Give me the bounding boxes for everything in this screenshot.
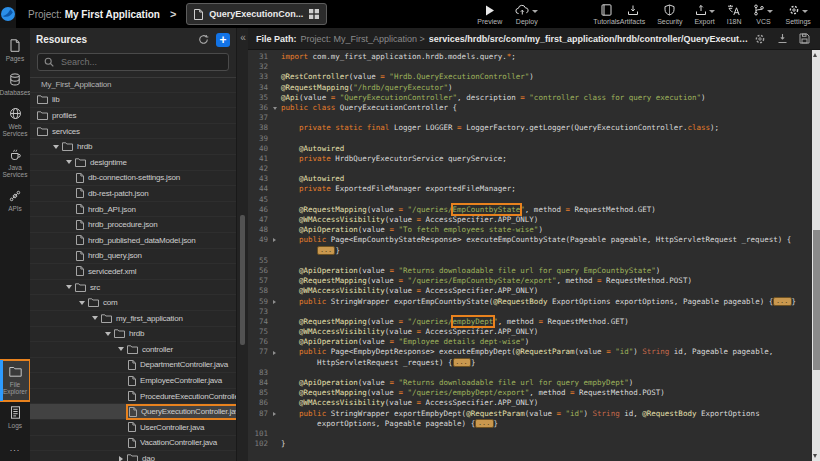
save-icon[interactable]: [799, 33, 810, 44]
code-line-wrap[interactable]: ...}: [248, 246, 812, 256]
scrollbar-thumb[interactable]: [813, 230, 820, 370]
code-line-44[interactable]: 44 private ExportedFileManager exportedF…: [248, 184, 812, 194]
rail-item-pages[interactable]: Pages: [0, 34, 30, 68]
fold-marker[interactable]: [270, 103, 279, 113]
export-button[interactable]: Export: [694, 3, 714, 25]
tree-item-employeecontroller-java[interactable]: EmployeeController.java: [30, 373, 236, 389]
fold-marker[interactable]: [270, 297, 279, 307]
rail-item-logs[interactable]: Logs: [0, 401, 30, 435]
tree-item-my-first-application[interactable]: My_First_Application: [30, 77, 236, 93]
code-line-47[interactable]: 47 @WMAccessVisibility(value = AccessSpe…: [248, 215, 812, 225]
scroll-down-arrow-icon[interactable]: [813, 454, 817, 458]
tree-scrollbar-thumb[interactable]: [240, 215, 245, 345]
folded-code-badge[interactable]: ...: [475, 419, 493, 428]
code-line-102[interactable]: 102}: [248, 439, 812, 449]
code-line-77[interactable]: 77 public Page<EmpbyDeptResponse> execut…: [248, 347, 812, 357]
code-line-86[interactable]: 86 @WMAccessVisibility(value = AccessSpe…: [248, 398, 812, 408]
tutorials-button[interactable]: Tutorials: [593, 3, 620, 25]
caret-open-icon[interactable]: [63, 160, 75, 164]
editor-scrollbar[interactable]: [812, 50, 820, 461]
caret-open-icon[interactable]: [63, 285, 75, 289]
tree-item-hrdb-query-json[interactable]: hrdb_query.json: [30, 249, 236, 265]
code-line-76[interactable]: 76 @ApiOperation(value = "Employee detai…: [248, 337, 812, 347]
project-name[interactable]: My First Application: [65, 9, 160, 20]
code-editor[interactable]: 31import com.my_first_application.hrdb.m…: [248, 50, 812, 461]
tree-item-db-connection-settings-json[interactable]: db-connection-settings.json: [30, 171, 236, 187]
tree-item-hrdb[interactable]: hrdb: [30, 327, 236, 343]
tree-item-services[interactable]: services: [30, 124, 236, 140]
grid-icon[interactable]: [309, 9, 319, 19]
settings-button[interactable]: Settings: [785, 3, 810, 25]
code-line-49[interactable]: 49 public Page<EmpCountbyStateResponse> …: [248, 235, 812, 245]
code-line-58[interactable]: 58 @WMAccessVisibility(value = AccessSpe…: [248, 286, 812, 296]
folded-code-badge[interactable]: ...: [773, 297, 791, 306]
search-input[interactable]: [59, 56, 222, 68]
query-name-highlight[interactable]: empbyDept: [453, 317, 494, 326]
code-line-35[interactable]: 35@Api(value = "QueryExecutionController…: [248, 93, 812, 103]
code-line-57[interactable]: 57 @RequestMapping(value = "/queries/Emp…: [248, 276, 812, 286]
caret-open-icon[interactable]: [115, 347, 127, 351]
download-file-icon[interactable]: [777, 33, 788, 44]
code-line-59[interactable]: 59 public StringWrapper exportEmpCountby…: [248, 297, 812, 307]
i18n-button[interactable]: I18N: [727, 3, 742, 25]
tree-item-hrdb[interactable]: hrdb: [30, 139, 236, 155]
tree-item-lib[interactable]: lib: [30, 93, 236, 109]
tree-item-designtime[interactable]: designtime: [30, 155, 236, 171]
open-file-tab[interactable]: QueryExecutionCon...: [186, 3, 327, 25]
code-line-42[interactable]: 42: [248, 164, 812, 174]
folded-code-badge[interactable]: ...: [317, 246, 335, 255]
fold-marker[interactable]: [270, 235, 279, 245]
code-line-38[interactable]: 38 private static final Logger LOGGER = …: [248, 123, 812, 133]
tree-item-hrdb-procedure-json[interactable]: hrdb_procedure.json: [30, 217, 236, 233]
caret-closed-icon[interactable]: [115, 456, 127, 461]
tree-item-controller[interactable]: controller: [30, 342, 236, 358]
code-line-34[interactable]: 34@RequestMapping("/hrdb/queryExecutor"): [248, 83, 812, 93]
code-line-39[interactable]: 39: [248, 134, 812, 144]
tree-item-profiles[interactable]: profiles: [30, 108, 236, 124]
rail-item-databases[interactable]: Databases: [0, 68, 30, 102]
search-box[interactable]: [37, 53, 229, 71]
tree-item-db-rest-patch-json[interactable]: db-rest-patch.json: [30, 186, 236, 202]
collapse-panel-icon[interactable]: «: [238, 32, 248, 43]
tree-item-servicedef-xml[interactable]: servicedef.xml: [30, 264, 236, 280]
rail-item-java-services[interactable]: Java Services: [0, 143, 30, 184]
tree-item-hrdb-published-datamodel-json[interactable]: hrdb_published_dataModel.json: [30, 233, 236, 249]
vcs-button[interactable]: VCS: [753, 3, 773, 25]
code-line-wrap[interactable]: HttpServletRequest _request) {...}: [248, 358, 812, 368]
tree-item-procedureexecutioncontroller-java[interactable]: ProcedureExecutionController.java: [30, 389, 236, 405]
code-line-36[interactable]: 36public class QueryExecutionController …: [248, 103, 812, 113]
code-line-43[interactable]: 43 @Autowired: [248, 174, 812, 184]
caret-open-icon[interactable]: [89, 316, 101, 320]
code-line-40[interactable]: 40 @Autowired: [248, 144, 812, 154]
scroll-up-arrow-icon[interactable]: [813, 53, 817, 57]
rail-item-file-explorer[interactable]: File Explorer: [0, 360, 30, 401]
tree-item-dao[interactable]: dao: [30, 451, 236, 461]
caret-open-icon[interactable]: [76, 301, 88, 305]
folded-code-badge[interactable]: ...: [453, 358, 471, 367]
deploy-button[interactable]: Deploy: [515, 3, 538, 25]
code-line-73[interactable]: 73: [248, 307, 812, 317]
fold-marker[interactable]: [270, 409, 279, 419]
code-line-wrap[interactable]: exportOptions, Pageable pageable) {...}: [248, 419, 812, 429]
artifacts-button[interactable]: Artifacts: [620, 3, 645, 25]
query-name-highlight[interactable]: EmpCountbyState: [453, 205, 521, 214]
code-line-41[interactable]: 41 private HrdbQueryExecutorService quer…: [248, 154, 812, 164]
code-line-55[interactable]: 55: [248, 256, 812, 266]
rail-item-apis[interactable]: APIs: [0, 184, 30, 218]
code-line-83[interactable]: 83: [248, 368, 812, 378]
code-line-87[interactable]: 87 public StringWrapper exportEmpbyDept(…: [248, 409, 812, 419]
tree-item-queryexecutioncontroller-java[interactable]: QueryExecutionController.java: [30, 404, 236, 420]
security-button[interactable]: Security: [657, 3, 682, 25]
code-line-33[interactable]: 33@RestController(value = "Hrdb.QueryExe…: [248, 72, 812, 82]
code-line-84[interactable]: 84 @ApiOperation(value = "Returns downlo…: [248, 378, 812, 388]
tree-item-com[interactable]: com: [30, 295, 236, 311]
tree-item-hrdb-api-json[interactable]: hrdb_API.json: [30, 202, 236, 218]
preview-button[interactable]: Preview: [477, 3, 502, 25]
code-line-45[interactable]: 45: [248, 195, 812, 205]
code-line-101[interactable]: 101: [248, 429, 812, 439]
add-resource-button[interactable]: +: [216, 33, 230, 47]
code-line-74[interactable]: 74 @RequestMapping(value = "/queries/emp…: [248, 317, 812, 327]
app-logo[interactable]: [0, 0, 16, 28]
code-line-48[interactable]: 48 @ApiOperation(value = "To fetch emplo…: [248, 225, 812, 235]
tree-item-departmentcontroller-java[interactable]: DepartmentController.java: [30, 358, 236, 374]
